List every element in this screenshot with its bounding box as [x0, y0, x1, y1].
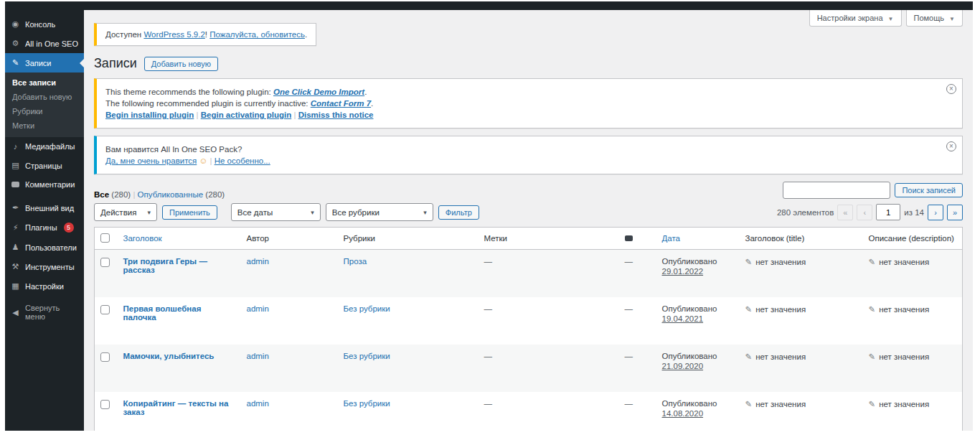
- begin-activating-plugin-link[interactable]: Begin activating plugin: [201, 111, 292, 119]
- post-categories-link[interactable]: Проза: [344, 257, 367, 266]
- dismiss-this-notice-link[interactable]: Dismiss this notice: [298, 111, 374, 119]
- submenu-add-new[interactable]: Добавить новую: [5, 90, 84, 104]
- apply-button[interactable]: Применить: [162, 205, 217, 220]
- sidebar-item-dashboard[interactable]: ◉ Консоль: [5, 14, 84, 34]
- sidebar-item-label: Внешний вид: [25, 204, 74, 212]
- settings-icon: ▦: [11, 281, 20, 291]
- row-checkbox[interactable]: [100, 352, 110, 362]
- dates-filter-select[interactable]: Все даты ▾: [231, 203, 321, 221]
- edit-pencil-icon[interactable]: ✎: [745, 305, 753, 314]
- post-comments-count: —: [625, 257, 633, 266]
- edit-pencil-icon[interactable]: ✎: [745, 258, 753, 266]
- post-date: 29.01.2022: [662, 267, 704, 276]
- seo-like-link[interactable]: Да, мне очень нравится: [105, 156, 197, 165]
- add-new-post-button[interactable]: Добавить новую: [144, 57, 218, 71]
- column-header-author: Автор: [241, 228, 338, 250]
- view-published-link[interactable]: Опубликованные: [138, 190, 204, 199]
- help-label: Помощь: [914, 14, 945, 22]
- edit-pencil-icon[interactable]: ✎: [869, 258, 876, 266]
- sidebar-item-aioseo[interactable]: ⚙ All in One SEO: [5, 34, 84, 53]
- post-author-link[interactable]: admin: [247, 399, 269, 408]
- post-comments-count: —: [625, 304, 633, 313]
- sidebar-item-comments[interactable]: Комментарии: [5, 175, 84, 194]
- post-author-link[interactable]: admin: [247, 352, 269, 360]
- begin-installing-plugin-link[interactable]: Begin installing plugin: [105, 111, 194, 119]
- post-categories-link[interactable]: Без рубрики: [344, 304, 390, 313]
- edit-pencil-icon[interactable]: ✎: [869, 352, 876, 361]
- bulk-actions-select[interactable]: Действия ▾: [94, 203, 157, 221]
- screen-options-button[interactable]: Настройки экрана ▼: [809, 10, 902, 27]
- next-page-button[interactable]: ›: [928, 205, 943, 220]
- post-categories-link[interactable]: Без рубрики: [344, 399, 390, 408]
- edit-pencil-icon[interactable]: ✎: [869, 305, 876, 314]
- sidebar-item-label: Свернуть меню: [25, 304, 78, 321]
- seo-dislike-link[interactable]: Не особенно...: [215, 156, 270, 165]
- row-checkbox[interactable]: [100, 400, 110, 409]
- one-click-demo-import-link[interactable]: One Click Demo Import: [273, 88, 364, 96]
- sidebar-item-posts[interactable]: ✎ Записи: [5, 53, 84, 72]
- sidebar-item-settings[interactable]: ▦ Настройки: [5, 276, 84, 296]
- help-button[interactable]: Помощь ▼: [906, 10, 963, 27]
- sidebar-item-label: Плагины: [25, 223, 57, 232]
- column-header-categories: Рубрики: [338, 228, 479, 250]
- pushpin-icon: ✎: [11, 58, 20, 67]
- search-posts-button[interactable]: Поиск записей: [895, 183, 963, 197]
- wordpress-version-link[interactable]: WordPress 5.9.2: [143, 30, 204, 39]
- edit-pencil-icon[interactable]: ✎: [745, 400, 753, 408]
- categories-filter-select[interactable]: Все рубрики ▾: [326, 203, 433, 221]
- sidebar-item-plugins[interactable]: ⚡ Плагины 5: [5, 218, 84, 238]
- sidebar-item-collapse-menu[interactable]: ◀ Свернуть меню: [5, 299, 84, 326]
- please-update-link[interactable]: Пожалуйста, обновитесь: [209, 30, 305, 39]
- post-date: 14.08.2020: [662, 409, 704, 418]
- edit-pencil-icon[interactable]: ✎: [745, 352, 753, 361]
- post-title-link[interactable]: Три подвига Геры — рассказ: [123, 257, 207, 274]
- column-header-seo-title: Заголовок (title): [740, 228, 863, 250]
- view-all-link[interactable]: Все: [94, 190, 109, 199]
- post-status: Опубликовано: [662, 352, 717, 360]
- post-author-link[interactable]: admin: [247, 257, 269, 266]
- admin-bar: [5, 1, 973, 10]
- sidebar-item-media[interactable]: ♪ Медиафайлы: [5, 137, 84, 156]
- sidebar-item-label: Комментарии: [25, 180, 75, 189]
- chevron-down-icon: ▾: [423, 209, 427, 216]
- post-title-link[interactable]: Копирайтинг — тексты на заказ: [123, 399, 229, 416]
- search-input[interactable]: [783, 182, 890, 199]
- page-title: Записи: [94, 56, 137, 71]
- post-title-link[interactable]: Мамочки, улыбнитесь: [123, 352, 215, 360]
- edit-pencil-icon[interactable]: ✎: [869, 400, 876, 408]
- sidebar-item-label: Страницы: [25, 162, 62, 170]
- sidebar-item-pages[interactable]: ▤ Страницы: [5, 156, 84, 175]
- update-notice-text: .: [305, 30, 307, 39]
- sidebar-item-label: Инструменты: [25, 263, 75, 271]
- sidebar-item-label: Настройки: [25, 282, 64, 291]
- post-author-link[interactable]: admin: [247, 304, 269, 313]
- row-checkbox[interactable]: [100, 305, 110, 314]
- sidebar-item-users[interactable]: ♟ Пользователи: [5, 238, 84, 257]
- current-page-input[interactable]: [876, 204, 900, 220]
- contact-form-7-link[interactable]: Contact Form 7: [311, 99, 371, 108]
- row-checkbox[interactable]: [100, 258, 110, 267]
- chevron-down-icon: ▾: [147, 209, 151, 216]
- post-comments-count: —: [625, 399, 633, 408]
- content-area: Настройки экрана ▼ Помощь ▼ Доступен Wor…: [84, 10, 973, 431]
- filter-button[interactable]: Фильтр: [438, 205, 479, 220]
- screen-meta-links: Настройки экрана ▼ Помощь ▼: [809, 10, 963, 27]
- table-row: Первая волшебная палочка admin Без рубри…: [95, 297, 963, 345]
- post-categories-link[interactable]: Без рубрики: [344, 352, 390, 360]
- sidebar-item-tools[interactable]: ⚒ Инструменты: [5, 257, 84, 276]
- column-header-title[interactable]: Заголовок: [123, 234, 162, 243]
- sidebar-item-appearance[interactable]: ✒ Внешний вид: [5, 198, 84, 218]
- submenu-tags[interactable]: Метки: [5, 118, 84, 133]
- close-icon[interactable]: ×: [946, 84, 956, 94]
- aioseo-feedback-notice: Вам нравится All In One SEO Pack? Да, мн…: [94, 136, 963, 174]
- submenu-categories[interactable]: Рубрики: [5, 104, 84, 118]
- comments-column-icon: [625, 235, 633, 241]
- post-date: 21.09.2020: [662, 362, 704, 370]
- close-icon[interactable]: ×: [946, 141, 956, 151]
- separator: |: [197, 111, 199, 119]
- last-page-button[interactable]: »: [947, 205, 963, 220]
- post-title-link[interactable]: Первая волшебная палочка: [123, 304, 202, 322]
- select-all-checkbox[interactable]: [100, 233, 110, 243]
- column-header-date[interactable]: Дата: [662, 234, 680, 243]
- submenu-all-posts[interactable]: Все записи: [5, 75, 84, 90]
